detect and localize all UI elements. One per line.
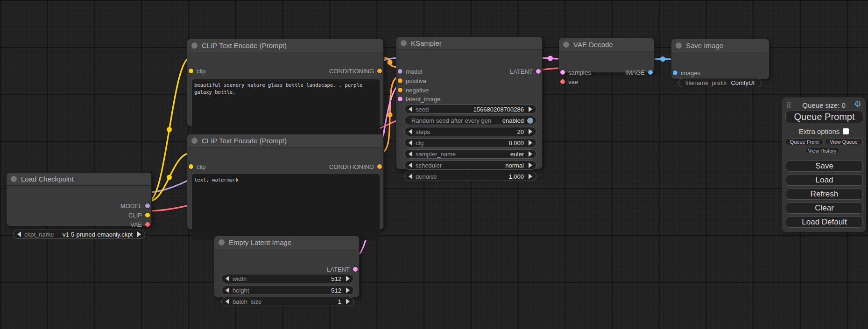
decrement-arrow-icon[interactable] [409,162,412,168]
decrement-arrow-icon[interactable] [409,140,412,146]
increment-arrow-icon[interactable] [346,299,350,304]
gear-icon[interactable]: ⚙ [854,100,861,108]
load-button[interactable]: Load [786,175,863,186]
node-empty-latent-image[interactable]: Empty Latent Image LATENT width 512 heig… [214,236,360,298]
widget-width[interactable]: width 512 [221,274,354,283]
widget-height[interactable]: height 512 [221,286,354,295]
queue-prompt-button[interactable]: Queue Prompt [785,111,863,123]
node-title-bar[interactable]: KSampler [396,37,542,50]
input-slot-latent-image[interactable]: latent_image [396,94,440,104]
node-load-checkpoint[interactable]: Load Checkpoint MODEL CLIP VAE ckpt_name… [6,172,152,226]
comfyui-canvas[interactable]: { "colors": { "model": "#B39DDB", "clip"… [0,0,868,329]
widget-steps[interactable]: steps 20 [404,127,536,136]
collapse-dot-icon[interactable] [563,42,569,48]
slot-dot-vae[interactable] [560,79,565,84]
node-title-bar[interactable]: CLIP Text Encode (Prompt) [187,39,383,52]
decrement-arrow-icon[interactable] [409,106,412,112]
collapse-dot-icon[interactable] [401,40,407,46]
node-title-bar[interactable]: VAE Decode [559,38,654,51]
slot-dot-image[interactable] [673,70,677,75]
slot-dot-model[interactable] [398,69,402,74]
input-slot-images[interactable]: images [671,68,700,77]
increment-arrow-icon[interactable] [529,106,532,112]
widget-scheduler[interactable]: scheduler normal [404,161,536,170]
slot-dot-model[interactable] [145,203,150,208]
decrement-arrow-icon[interactable] [409,129,412,134]
widget-ckpt-name[interactable]: ckpt_name v1-5-pruned-emaonly.ckpt [13,230,145,239]
output-slot-model[interactable]: MODEL [120,201,151,210]
node-title-bar[interactable]: Empty Latent Image [214,236,359,249]
queue-front-button[interactable]: Queue Front [785,138,824,145]
slot-dot-clip[interactable] [145,213,150,217]
slot-dot-image[interactable] [648,70,653,75]
input-slot-samples[interactable]: samples [559,68,591,77]
slot-dot-clip[interactable] [189,164,193,169]
load-default-button[interactable]: Load Default [786,217,863,228]
increment-arrow-icon[interactable] [346,276,350,281]
increment-arrow-icon[interactable] [529,162,532,168]
node-title-bar[interactable]: Load Checkpoint [7,173,151,186]
slot-dot-vae[interactable] [145,222,150,227]
collapse-dot-icon[interactable] [11,176,17,182]
prompt-textarea[interactable]: text, watermark [192,174,380,240]
widget-cfg[interactable]: cfg 8.000 [404,138,536,147]
node-clip-text-encode-negative[interactable]: CLIP Text Encode (Prompt) clip CONDITION… [187,134,384,230]
decrement-arrow-icon[interactable] [226,299,229,304]
widget-sampler-name[interactable]: sampler_name euler [404,149,536,159]
view-queue-button[interactable]: View Queue [825,138,862,145]
output-slot-conditioning[interactable]: CONDITIONING [329,66,383,76]
slot-dot-latent[interactable] [398,97,402,101]
widget-random-seed-toggle[interactable]: Random seed after every gen enabled [404,116,536,125]
input-slot-clip[interactable]: clip [187,66,206,76]
input-slot-vae[interactable]: vae [559,77,578,86]
input-slot-positive[interactable]: positive [396,76,426,85]
increment-arrow-icon[interactable] [529,140,532,146]
increment-arrow-icon[interactable] [137,231,141,237]
slot-dot-clip[interactable] [189,69,193,73]
slot-dot-conditioning[interactable] [398,88,402,92]
increment-arrow-icon[interactable] [529,151,532,157]
collapse-dot-icon[interactable] [191,138,198,144]
decrement-arrow-icon[interactable] [17,231,21,237]
node-clip-text-encode-positive[interactable]: CLIP Text Encode (Prompt) clip CONDITION… [187,39,384,126]
increment-arrow-icon[interactable] [346,287,350,293]
widget-seed[interactable]: seed 156680208700286 [404,105,536,114]
output-slot-latent[interactable]: LATENT [510,67,542,76]
extra-options-checkbox[interactable] [843,128,849,134]
prompt-textarea[interactable]: beautiful scenery nature glass bottle la… [192,79,380,136]
slot-dot-latent[interactable] [536,69,541,74]
slot-dot-latent[interactable] [353,267,358,272]
node-ksampler[interactable]: KSampler model positive negative latent_… [396,36,543,169]
node-save-image[interactable]: Save Image images filename_prefix ComfyU… [671,39,769,79]
node-title-bar[interactable]: CLIP Text Encode (Prompt) [187,134,383,147]
output-slot-image[interactable]: IMAGE [625,68,654,77]
increment-arrow-icon[interactable] [529,129,532,134]
decrement-arrow-icon[interactable] [226,287,229,293]
widget-batch-size[interactable]: batch_size 1 [221,297,354,306]
collapse-dot-icon[interactable] [219,239,225,245]
increment-arrow-icon[interactable] [529,174,532,179]
drag-handle-icon[interactable] [787,102,791,108]
save-button[interactable]: Save [786,161,863,172]
slot-dot-conditioning[interactable] [377,164,382,169]
decrement-arrow-icon[interactable] [226,276,229,281]
refresh-button[interactable]: Refresh [786,189,863,200]
node-title-bar[interactable]: Save Image [671,39,769,52]
input-slot-negative[interactable]: negative [396,85,429,95]
node-vae-decode[interactable]: VAE Decode samples vae IMAGE [558,38,655,73]
collapse-dot-icon[interactable] [191,42,198,49]
input-slot-clip[interactable]: clip [187,162,206,171]
decrement-arrow-icon[interactable] [409,174,412,179]
output-slot-clip[interactable]: CLIP [128,210,151,220]
queue-panel[interactable]: Queue size: 0 ⚙ Queue Prompt Extra optio… [782,97,866,232]
input-slot-model[interactable]: model [396,67,422,76]
toggle-dot-icon[interactable] [527,118,533,124]
slot-dot-latent[interactable] [560,70,565,75]
output-slot-latent[interactable]: LATENT [327,265,359,274]
collapse-dot-icon[interactable] [676,42,682,49]
output-slot-vae[interactable]: VAE [130,220,151,229]
view-history-button[interactable]: View History [805,147,840,154]
widget-denoise[interactable]: denoise 1.000 [404,172,536,181]
slot-dot-conditioning[interactable] [398,78,402,83]
slot-dot-conditioning[interactable] [377,69,382,73]
